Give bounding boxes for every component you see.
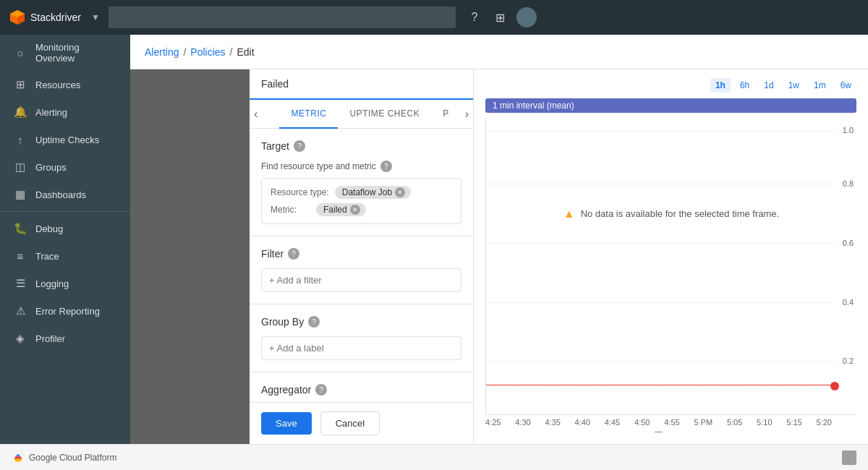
gcp-logo-icon bbox=[12, 451, 25, 464]
metric-row: Metric: Failed ✕ bbox=[271, 203, 452, 216]
chart-interval-badge: 1 min interval (mean) bbox=[485, 98, 856, 113]
x-label-10: 5:15 bbox=[786, 418, 801, 427]
grid-icon[interactable]: ⊞ bbox=[490, 7, 511, 27]
settings-icon[interactable] bbox=[842, 450, 856, 465]
x-label-9: 5:10 bbox=[757, 418, 772, 427]
time-btn-1h[interactable]: 1h bbox=[710, 78, 731, 93]
sidebar-item-monitoring[interactable]: ○ Monitoring Overview bbox=[0, 35, 130, 71]
logging-icon: ☰ bbox=[14, 277, 27, 290]
policy-name-input[interactable] bbox=[250, 69, 473, 100]
help-icon[interactable]: ? bbox=[464, 7, 485, 27]
tab-prev-button[interactable]: ‹ bbox=[250, 108, 262, 121]
x-label-8: 5:05 bbox=[727, 418, 742, 427]
metric-chip: Failed ✕ bbox=[316, 203, 366, 216]
group-by-help-icon[interactable]: ? bbox=[308, 316, 320, 328]
topbar-actions: ? ⊞ bbox=[464, 7, 537, 27]
trace-icon: ≡ bbox=[14, 249, 27, 262]
sidebar-item-uptime[interactable]: ↑ Uptime Checks bbox=[0, 126, 130, 153]
breadcrumb-sep2: / bbox=[230, 46, 233, 58]
y-label-3: 0.6 bbox=[843, 239, 854, 247]
resource-box: Resource type: Dataflow Job ✕ Metric: Fa… bbox=[261, 178, 461, 224]
x-label-6: 4:55 bbox=[664, 418, 679, 427]
sidebar-item-resources[interactable]: ⊞ Resources bbox=[0, 71, 130, 98]
sidebar-item-trace[interactable]: ≡ Trace bbox=[0, 242, 130, 270]
x-label-2: 4:35 bbox=[545, 418, 560, 427]
grid-line-3 bbox=[486, 243, 835, 244]
debug-icon: 🐛 bbox=[14, 222, 27, 235]
tab-next-button[interactable]: › bbox=[461, 108, 473, 121]
sidebar-label-logging: Logging bbox=[35, 278, 69, 289]
app-logo: Stackdriver ▼ bbox=[9, 9, 100, 26]
sidebar-label-debug: Debug bbox=[35, 223, 63, 234]
time-btn-6h[interactable]: 6h bbox=[735, 78, 754, 93]
tab-uptime-check[interactable]: UPTIME CHECK bbox=[338, 100, 431, 129]
group-by-title: Group By ? bbox=[261, 316, 461, 328]
content-area: Alerting / Policies / Edit ‹ METRIC bbox=[130, 35, 868, 444]
save-button[interactable]: Save bbox=[261, 412, 312, 435]
sidebar-item-error-reporting[interactable]: ⚠ Error Reporting bbox=[0, 297, 130, 325]
sidebar-divider bbox=[0, 211, 130, 212]
threshold-dot bbox=[830, 382, 839, 390]
breadcrumb: Alerting / Policies / Edit bbox=[130, 35, 868, 69]
sidebar-label-monitoring: Monitoring Overview bbox=[35, 42, 119, 64]
project-selector[interactable]: ▼ bbox=[91, 12, 100, 22]
breadcrumb-policies[interactable]: Policies bbox=[190, 46, 225, 58]
aggregator-help-icon[interactable]: ? bbox=[315, 384, 327, 396]
search-input[interactable] bbox=[109, 7, 456, 28]
breadcrumb-alerting[interactable]: Alerting bbox=[145, 46, 179, 58]
sidebar-label-groups: Groups bbox=[35, 162, 67, 173]
profiler-icon: ◈ bbox=[14, 332, 27, 345]
grid-line-2 bbox=[486, 184, 835, 184]
find-resource-help-icon[interactable]: ? bbox=[380, 161, 392, 172]
threshold-line bbox=[486, 385, 835, 385]
chart-panel: 1h 6h 1d 1w 1m 6w 1 min interval (mean) … bbox=[474, 69, 868, 444]
time-btn-6w[interactable]: 6w bbox=[835, 78, 856, 93]
filter-help-icon[interactable]: ? bbox=[288, 248, 299, 260]
x-label-5: 4:50 bbox=[634, 418, 650, 427]
y-label-4: 0.4 bbox=[843, 298, 854, 307]
gcp-logo: Google Cloud Platform bbox=[12, 451, 116, 464]
aggregator-title: Aggregator ? bbox=[261, 384, 461, 396]
warning-icon: ▲ bbox=[563, 208, 575, 221]
avatar[interactable] bbox=[516, 7, 537, 27]
filter-section: Filter ? bbox=[250, 236, 473, 304]
time-btn-1m[interactable]: 1m bbox=[809, 78, 831, 93]
action-buttons: Save Cancel bbox=[250, 402, 473, 444]
form-panel: ‹ METRIC UPTIME CHECK P › Target bbox=[250, 69, 474, 444]
app-name: Stackdriver bbox=[30, 12, 81, 23]
x-label-1: 4:30 bbox=[515, 418, 530, 427]
sidebar-item-dashboards[interactable]: ▦ Dashboards bbox=[0, 181, 130, 208]
tab-metric[interactable]: METRIC bbox=[279, 100, 338, 129]
sidebar-item-alerting[interactable]: 🔔 Alerting bbox=[0, 98, 130, 126]
sidebar-item-profiler[interactable]: ◈ Profiler bbox=[0, 325, 130, 352]
cancel-button[interactable]: Cancel bbox=[320, 411, 380, 435]
y-label-5: 0.2 bbox=[843, 356, 854, 365]
time-btn-1w[interactable]: 1w bbox=[783, 78, 804, 93]
group-by-input[interactable] bbox=[261, 336, 461, 360]
resource-type-chip-close[interactable]: ✕ bbox=[395, 187, 405, 197]
sidebar-item-debug[interactable]: 🐛 Debug bbox=[0, 215, 130, 242]
tabs-row: ‹ METRIC UPTIME CHECK P › bbox=[250, 100, 473, 129]
tab-other[interactable]: P bbox=[431, 100, 461, 129]
x-label-7: 5 PM bbox=[694, 418, 712, 427]
sidebar-item-logging[interactable]: ☰ Logging bbox=[0, 270, 130, 297]
main-layout: ○ Monitoring Overview ⊞ Resources 🔔 Aler… bbox=[0, 35, 868, 444]
gcp-label: Google Cloud Platform bbox=[29, 453, 116, 463]
topbar: Stackdriver ▼ ? ⊞ bbox=[0, 0, 868, 35]
target-help-icon[interactable]: ? bbox=[294, 140, 305, 152]
x-label-4: 4:45 bbox=[605, 418, 620, 427]
sidebar-item-groups[interactable]: ◫ Groups bbox=[0, 153, 130, 181]
target-section: Target ? Find resource type and metric ?… bbox=[250, 129, 473, 236]
y-label-2: 0.8 bbox=[843, 179, 854, 188]
sidebar-label-alerting: Alerting bbox=[35, 107, 67, 118]
sidebar: ○ Monitoring Overview ⊞ Resources 🔔 Aler… bbox=[0, 35, 130, 444]
filter-input[interactable] bbox=[261, 268, 461, 292]
metric-chip-close[interactable]: ✕ bbox=[350, 205, 360, 215]
x-label-11: 5:20 bbox=[817, 418, 832, 427]
resource-type-label: Resource type: bbox=[271, 187, 329, 197]
time-btn-1d[interactable]: 1d bbox=[759, 78, 778, 93]
x-axis: 4:25 4:30 4:35 4:40 4:45 4:50 4:55 5 PM … bbox=[485, 415, 856, 427]
chart-container: 1.0 0.8 0.6 0.4 0.2 ▲ bbox=[485, 119, 856, 415]
chart-no-data: ▲ No data is available for the selected … bbox=[563, 208, 779, 221]
filter-title: Filter ? bbox=[261, 248, 461, 260]
